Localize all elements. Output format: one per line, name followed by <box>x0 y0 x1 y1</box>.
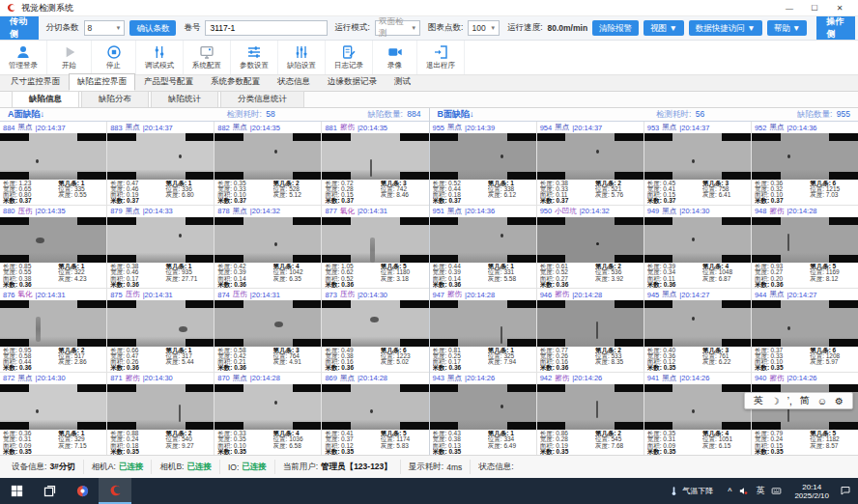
defect-mark <box>179 154 182 158</box>
status-value: 已连接 <box>242 462 267 473</box>
image-dark-corner <box>537 300 566 308</box>
drive-side-button[interactable]: 传动侧 <box>0 16 39 40</box>
defect-cell-header: 870黑点|20:14:28 <box>214 373 321 384</box>
sub-tab-2[interactable]: 缺陷统计 <box>151 91 218 107</box>
main-tab-5[interactable]: 边缘数据记录 <box>319 73 386 91</box>
tray-expand-caret[interactable]: ^ <box>728 487 731 496</box>
slit-count-select[interactable]: 8▼ <box>84 20 126 36</box>
speaker-icon[interactable] <box>738 486 749 496</box>
stop-button[interactable]: 停止 <box>92 41 136 74</box>
defect-cell-953[interactable]: 953黑点|20:14:37长度: 0.45宽度: 0.41面积: 0.15米数… <box>644 122 751 205</box>
sub-tab-1[interactable]: 缺陷分布 <box>81 91 149 107</box>
info-gray: 灰度: 8.46 <box>381 192 426 198</box>
ime-punct-toggle[interactable]: ’, <box>787 396 792 406</box>
main-tab-0[interactable]: 尺寸监控界面 <box>2 73 69 91</box>
info-gray: 灰度: 7.15 <box>58 443 103 449</box>
defect-cell-940[interactable]: 940擦伤|20:14:26长度: 0.79宽度: 0.24面积: 0.15米数… <box>752 373 858 456</box>
defect-info: 长度: 0.47宽度: 0.46面积: 0.19米数: 0.37第几条: 1位置… <box>107 180 214 205</box>
start-button[interactable]: 开始 <box>47 41 92 74</box>
video-record-button[interactable]: 录像 <box>373 41 417 74</box>
main-tab-3[interactable]: 系统参数配置 <box>202 73 269 91</box>
confirm-count-button[interactable]: 确认条数 <box>129 20 176 37</box>
defect-cell-944[interactable]: 944黑点|20:14:27长度: 0.37宽度: 0.33面积: 0.10米数… <box>752 289 858 372</box>
taskbar-clock[interactable]: 20:142025/2/10 <box>787 483 836 500</box>
main-tab-1[interactable]: 缺陷监控界面 <box>69 73 135 91</box>
defect-cell-943[interactable]: 943黑点|20:14:26长度: 0.43宽度: 0.38面积: 0.13米数… <box>430 373 536 456</box>
defect-id: 941 <box>647 374 660 382</box>
defect-settings-button[interactable]: 缺陷设置 <box>278 41 326 74</box>
maximize-button[interactable]: ☐ <box>802 4 827 13</box>
log-record-button[interactable]: 日志记录 <box>326 41 373 74</box>
defect-cell-941[interactable]: 941黑点|20:14:26长度: 0.35宽度: 0.31面积: 0.09米数… <box>644 373 751 456</box>
defect-info: 长度: 1.05宽度: 0.62面积: 0.52米数: 0.36第几条: 5位置… <box>322 263 428 288</box>
defect-cell-879[interactable]: 879黑点|20:14:33长度: 0.38宽度: 0.46面积: 0.17米数… <box>107 206 214 289</box>
image-dark-corner <box>77 217 106 225</box>
defect-cell-871[interactable]: 871擦伤|20:14:30长度: 0.88宽度: 0.24面积: 0.18米数… <box>107 373 214 456</box>
weather-widget[interactable]: 气温下降 <box>660 478 722 504</box>
defect-cell-875[interactable]: 875压伤|20:14:31长度: 0.66宽度: 0.47面积: 0.26米数… <box>107 289 214 372</box>
defect-cell-878[interactable]: 878黑点|20:14:32长度: 0.42宽度: 0.39面积: 0.14米数… <box>214 206 321 289</box>
ime-emoji-button[interactable]: ☺ <box>817 396 827 406</box>
main-tab-6[interactable]: 测试 <box>386 73 419 91</box>
defect-cell-945[interactable]: 945黑点|20:14:27长度: 0.40宽度: 0.36面积: 0.12米数… <box>644 289 751 372</box>
data-quick-access-button[interactable]: 数据快捷访问 ▼ <box>689 20 762 37</box>
defect-cell-952[interactable]: 952黑点|20:14:36长度: 0.36宽度: 0.32面积: 0.10米数… <box>752 122 858 205</box>
help-menu-button[interactable]: 帮助 ▼ <box>767 20 808 37</box>
defect-cell-881[interactable]: 881擦伤|20:14:35长度: 0.72宽度: 0.28面积: 0.15米数… <box>322 122 428 205</box>
image-dark-corner <box>0 300 29 308</box>
view-menu-button[interactable]: 视图 ▼ <box>644 20 684 37</box>
defect-cell-883[interactable]: 883黑点|20:14:37长度: 0.47宽度: 0.46面积: 0.19米数… <box>107 122 214 205</box>
ime-lang-toggle[interactable]: 英 <box>754 394 763 407</box>
sub-tab-3[interactable]: 分类信息统计 <box>220 91 304 107</box>
start-button[interactable] <box>0 478 33 504</box>
ime-language-indicator[interactable]: 英 <box>756 485 764 497</box>
run-mode-select[interactable]: 双面检测▼ <box>375 20 420 36</box>
defect-cell-946[interactable]: 946擦伤|20:14:28长度: 0.77宽度: 0.26面积: 0.16米数… <box>537 289 644 372</box>
debug-mode-button[interactable]: 调试模式 <box>136 41 184 74</box>
main-tab-4[interactable]: 状态信息 <box>269 73 319 91</box>
defect-cell-942[interactable]: 942擦伤|20:14:26长度: 0.86宽度: 0.28面积: 0.19米数… <box>537 373 644 456</box>
ime-moon-toggle[interactable]: ☽ <box>771 396 780 406</box>
vision-app-button[interactable] <box>99 478 131 504</box>
defect-cell-951[interactable]: 951黑点|20:14:36长度: 0.44宽度: 0.39面积: 0.14米数… <box>430 206 536 289</box>
defect-cell-955[interactable]: 955黑点|20:14:39长度: 0.52宽度: 0.44面积: 0.18米数… <box>430 122 536 205</box>
status-segment-0: 设备信息:3#分切 <box>4 460 84 474</box>
defect-cell-874[interactable]: 874压伤|20:14:31长度: 0.58宽度: 0.42面积: 0.21米数… <box>214 289 321 372</box>
defect-cell-870[interactable]: 870黑点|20:14:28长度: 0.33宽度: 0.35面积: 0.10米数… <box>214 373 321 456</box>
defect-cell-877[interactable]: 877氧化|20:14:31长度: 1.05宽度: 0.62面积: 0.52米数… <box>322 206 428 289</box>
clear-alarm-button[interactable]: 清除报警 <box>592 20 639 37</box>
admin-login-button[interactable]: 管理登录 <box>0 41 47 74</box>
system-config-button[interactable]: 系统配置 <box>184 41 231 74</box>
sub-tab-0[interactable]: 缺陷信息 <box>12 91 79 107</box>
defect-cell-947[interactable]: 947擦伤|20:14:28长度: 0.81宽度: 0.25面积: 0.17米数… <box>430 289 536 372</box>
defect-cell-954[interactable]: 954黑点|20:14:37长度: 0.38宽度: 0.33面积: 0.11米数… <box>537 122 644 205</box>
defect-cell-882[interactable]: 882黑点|20:14:35长度: 0.35宽度: 0.33面积: 0.10米数… <box>214 122 321 205</box>
touch-keyboard-icon[interactable] <box>771 486 782 496</box>
defect-cell-872[interactable]: 872黑点|20:14:30长度: 0.36宽度: 0.31面积: 0.09米数… <box>0 373 106 456</box>
operator-side-button[interactable]: 操作侧 <box>816 16 855 40</box>
roll-no-input[interactable] <box>205 20 327 36</box>
defect-info: 长度: 0.95宽度: 0.58面积: 0.44米数: 0.36第几条: 2位置… <box>0 347 106 372</box>
exit-program-button[interactable]: 退出程序 <box>417 41 465 74</box>
param-settings-button[interactable]: 参数设置 <box>231 41 278 74</box>
minimize-button[interactable]: — <box>777 4 802 13</box>
chart-points-select[interactable]: 100▼ <box>468 20 500 36</box>
defect-cell-884[interactable]: 884黑点|20:14:37长度: 1.23宽度: 0.65面积: 0.80米数… <box>0 122 106 205</box>
browser-app-button[interactable] <box>66 478 99 504</box>
close-button[interactable]: ✕ <box>827 4 852 13</box>
defect-info: 长度: 0.40宽度: 0.36面积: 0.12米数: 0.35第几条: 3位置… <box>644 347 751 372</box>
defect-cell-948[interactable]: 948擦伤|20:14:28长度: 0.93宽度: 0.27面积: 0.20米数… <box>752 206 858 289</box>
ime-simplified-toggle[interactable]: 简 <box>800 394 810 407</box>
task-view-button[interactable] <box>33 478 66 504</box>
defect-cell-873[interactable]: 873压伤|20:14:30长度: 0.49宽度: 0.38面积: 0.16米数… <box>322 289 428 372</box>
defect-cell-949[interactable]: 949黑点|20:14:30长度: 0.39宽度: 0.34面积: 0.11米数… <box>644 206 751 289</box>
info-gray: 灰度: 6.80 <box>165 192 211 198</box>
defect-cell-869[interactable]: 869黑点|20:14:28长度: 0.41宽度: 0.37面积: 0.12米数… <box>322 373 428 456</box>
ime-settings-button[interactable]: ⚙ <box>835 396 844 406</box>
action-center-button[interactable] <box>836 485 858 498</box>
main-tab-2[interactable]: 产品型号配置 <box>135 73 202 91</box>
defect-info-right: 第几条: 2位置: 536灰度: 3.92 <box>595 264 641 288</box>
defect-cell-876[interactable]: 876氧化|20:14:31长度: 0.95宽度: 0.58面积: 0.44米数… <box>0 289 106 372</box>
defect-cell-880[interactable]: 880压伤|20:14:35长度: 0.85宽度: 0.55面积: 0.38米数… <box>0 206 106 289</box>
defect-cell-950[interactable]: 950小凹坑|20:14:32长度: 0.61宽度: 0.52面积: 0.27米… <box>537 206 644 289</box>
